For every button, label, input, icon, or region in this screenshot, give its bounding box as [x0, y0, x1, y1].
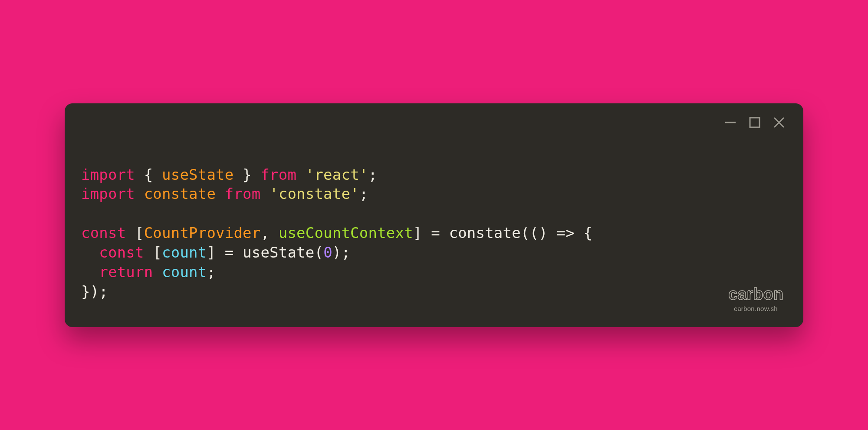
code-token [135, 185, 144, 202]
code-token: { [144, 166, 153, 183]
code-token: CountProvider [144, 224, 261, 241]
code-token: = [225, 244, 234, 261]
code-block: import { useState } from 'react'; import… [81, 165, 787, 301]
code-token: ) [332, 244, 342, 261]
code-token: constate [449, 224, 521, 241]
code-token: 'react' [306, 166, 368, 183]
window-controls [723, 116, 786, 129]
code-token: useState [243, 244, 314, 261]
code-token [260, 185, 270, 202]
code-token: constate [144, 185, 216, 202]
code-token: { [584, 224, 593, 241]
code-token: } [243, 166, 252, 183]
code-token: const [81, 224, 126, 241]
code-token: import [81, 185, 135, 202]
code-token: [ [153, 244, 162, 261]
code-token: = [431, 224, 440, 241]
code-token: 0 [323, 244, 332, 261]
code-token: return [99, 263, 153, 281]
code-token: ] [413, 224, 422, 241]
code-token [153, 166, 162, 183]
code-token [422, 224, 431, 241]
code-token: ; [368, 166, 377, 183]
code-token: }); [81, 283, 108, 300]
code-token: ; [207, 263, 216, 281]
code-token [81, 244, 99, 261]
code-token: ; [341, 244, 350, 261]
code-token [233, 166, 243, 183]
carbon-url: carbon.now.sh [728, 305, 783, 312]
code-token: const [99, 244, 144, 261]
code-token: import [81, 166, 135, 183]
code-token [135, 166, 144, 183]
code-token: ] [207, 244, 216, 261]
code-token: useCountContext [279, 224, 413, 241]
carbon-logo: carbon [728, 286, 783, 302]
code-token [216, 185, 225, 202]
code-token [233, 244, 243, 261]
code-token [440, 224, 449, 241]
close-icon[interactable] [772, 116, 786, 129]
svg-rect-1 [750, 118, 760, 127]
code-token: count [162, 244, 207, 261]
code-token: (() [521, 224, 548, 241]
code-window: import { useState } from 'react'; import… [65, 103, 803, 327]
carbon-branding: carbon carbon.now.sh [728, 286, 783, 312]
code-token: from [225, 185, 261, 202]
code-token [144, 244, 153, 261]
code-token: ( [314, 244, 323, 261]
minimize-icon[interactable] [723, 116, 737, 129]
code-token: count [162, 263, 207, 281]
code-token [216, 244, 225, 261]
code-token [548, 224, 557, 241]
code-token [126, 224, 135, 241]
code-token: 'constate' [270, 185, 359, 202]
code-token: [ [135, 224, 144, 241]
maximize-icon[interactable] [748, 116, 762, 129]
code-token [153, 263, 162, 281]
code-token: from [260, 166, 296, 183]
code-token: => [557, 224, 575, 241]
code-token: , [260, 224, 270, 241]
code-token: useState [162, 166, 233, 183]
code-token [270, 224, 279, 241]
code-token [81, 263, 99, 281]
code-token: ; [359, 185, 368, 202]
code-token [575, 224, 584, 241]
code-token [252, 166, 261, 183]
code-token [296, 166, 306, 183]
